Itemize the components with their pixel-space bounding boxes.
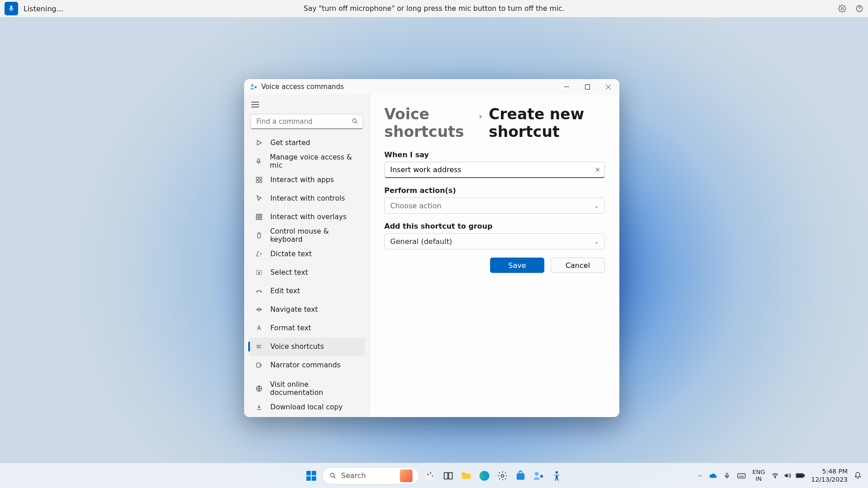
cloud-icon [709, 472, 717, 480]
folder-icon [461, 470, 472, 482]
sidebar-item-label: Interact with overlays [270, 213, 347, 221]
svg-point-27 [432, 475, 434, 477]
mic-toggle-button[interactable] [5, 2, 18, 15]
sidebar-item-format-text[interactable]: Format text [249, 319, 365, 337]
breadcrumb-root[interactable]: Voice shortcuts [384, 105, 472, 141]
sidebar-item-dictate-text[interactable]: Dictate text [249, 245, 365, 263]
taskbar-app-paint[interactable] [423, 469, 438, 483]
taskbar-app-store[interactable] [514, 469, 528, 483]
sidebar-item-select-text[interactable]: Select text [249, 263, 365, 282]
sidebar: Get started Manage voice access & mic In… [244, 94, 370, 417]
svg-rect-36 [726, 473, 728, 476]
narrator-icon [255, 361, 263, 369]
tray-overflow-button[interactable] [697, 473, 703, 479]
select-text-icon [255, 269, 263, 276]
taskbar-app-accessibility[interactable] [550, 469, 564, 483]
tray-onedrive[interactable] [709, 472, 717, 480]
sidebar-item-label: Format text [270, 324, 311, 332]
svg-point-6 [353, 119, 356, 122]
tray-notifications[interactable] [854, 472, 862, 479]
tray-clock[interactable]: 5:48 PM 12/13/2023 [811, 468, 848, 483]
select-placeholder: Choose action [390, 202, 441, 210]
label-add-to-group: Add this shortcut to group [384, 222, 605, 230]
window-close-button[interactable] [598, 79, 618, 94]
svg-rect-29 [449, 473, 453, 479]
sidebar-item-voice-shortcuts[interactable]: Voice shortcuts [249, 338, 365, 356]
tray-language[interactable]: ENG IN [752, 469, 765, 483]
grid-icon [255, 213, 263, 221]
sidebar-item-interact-apps[interactable]: Interact with apps [249, 171, 365, 189]
sidebar-item-label: Manage voice access & mic [270, 153, 360, 169]
mouse-icon [255, 232, 263, 239]
cancel-button[interactable]: Cancel [551, 258, 605, 273]
navigate-icon [255, 306, 263, 313]
shortcut-icon [255, 343, 263, 350]
svg-point-35 [556, 471, 558, 473]
tray-battery[interactable] [796, 473, 805, 479]
microphone-icon [8, 5, 15, 12]
window-minimize-button[interactable] [556, 79, 577, 94]
sidebar-item-interact-overlays[interactable]: Interact with overlays [249, 208, 365, 226]
sidebar-hamburger-button[interactable] [246, 98, 368, 111]
window-maximize-button[interactable] [577, 79, 598, 94]
sidebar-item-label: Edit text [270, 287, 300, 295]
sidebar-item-navigate-text[interactable]: Navigate text [249, 300, 365, 319]
save-button[interactable]: Save [490, 258, 544, 273]
svg-rect-28 [444, 473, 448, 479]
tray-volume[interactable] [783, 472, 791, 479]
voice-settings-button[interactable] [838, 5, 846, 13]
voice-status-text: Listening... [24, 5, 63, 13]
main-panel: Voice shortcuts › Create new shortcut Wh… [370, 94, 619, 417]
voice-access-commands-window: Voice access commands Get started [244, 79, 619, 417]
sidebar-item-online-docs[interactable]: Visit online documentation [249, 380, 365, 398]
sidebar-item-label: Interact with apps [270, 176, 334, 184]
battery-icon [796, 473, 805, 479]
sidebar-item-get-started[interactable]: Get started [249, 134, 365, 152]
sidebar-nav: Get started Manage voice access & mic In… [246, 134, 368, 416]
clear-input-button[interactable]: ✕ [594, 166, 600, 174]
taskbar-app-settings[interactable] [495, 469, 510, 483]
taskbar-app-edge[interactable] [477, 469, 492, 483]
tray-wifi[interactable] [771, 472, 779, 479]
taskbar-search-placeholder: Search [341, 471, 366, 480]
sidebar-item-narrator-commands[interactable]: Narrator commands [249, 356, 365, 374]
sidebar-item-control-mouse-keyboard[interactable]: Control mouse & keyboard [249, 226, 365, 244]
sidebar-item-manage-voice-mic[interactable]: Manage voice access & mic [249, 152, 365, 170]
gear-icon [497, 470, 508, 481]
voice-help-button[interactable] [855, 5, 863, 13]
taskbar-app-task-view[interactable] [441, 469, 456, 483]
chevron-up-icon [697, 473, 703, 479]
voice-hint-text: Say "turn off microphone" or long press … [304, 5, 565, 13]
svg-rect-9 [259, 177, 262, 179]
sidebar-item-download-local[interactable]: Download local copy [249, 398, 365, 416]
svg-point-0 [841, 8, 844, 10]
sidebar-item-label: Interact with controls [270, 194, 345, 202]
sidebar-item-label: Visit online documentation [270, 380, 360, 397]
taskbar-app-explorer[interactable] [459, 469, 474, 483]
sidebar-search-input[interactable] [250, 114, 363, 129]
tray-mic[interactable] [723, 472, 731, 479]
format-icon [255, 324, 263, 332]
svg-point-2 [859, 10, 859, 10]
bell-icon [854, 472, 862, 479]
hamburger-icon [251, 102, 259, 108]
group-select[interactable]: General (default) ⌄ [384, 233, 605, 249]
edit-icon [255, 287, 263, 295]
label-perform-actions: Perform action(s) [384, 186, 605, 195]
svg-point-26 [430, 472, 432, 474]
paint-icon [425, 470, 436, 482]
when-i-say-input[interactable] [384, 162, 605, 178]
window-titlebar[interactable]: Voice access commands [244, 79, 619, 94]
svg-rect-41 [797, 474, 803, 477]
tray-keyboard[interactable] [737, 472, 746, 479]
edge-icon [479, 470, 491, 482]
window-title: Voice access commands [261, 83, 344, 91]
sidebar-item-interact-controls[interactable]: Interact with controls [249, 189, 365, 207]
sidebar-item-edit-text[interactable]: Edit text [249, 282, 365, 300]
keyboard-icon [737, 472, 746, 479]
taskbar-search[interactable]: Search [322, 467, 420, 484]
start-button[interactable] [304, 469, 319, 483]
accessibility-icon [551, 470, 563, 482]
taskbar-app-voice-access[interactable] [532, 469, 546, 483]
choose-action-select[interactable]: Choose action ⌄ [384, 197, 605, 214]
